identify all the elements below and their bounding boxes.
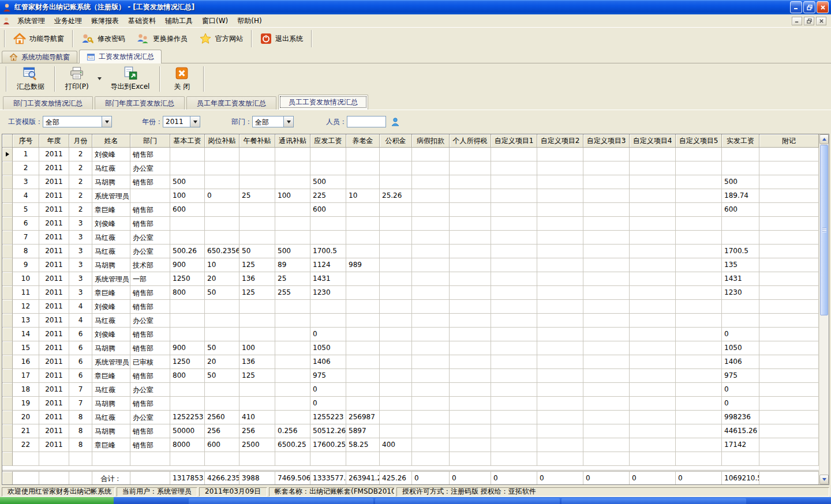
grid-cell[interactable]: 销售部 [130, 438, 170, 452]
grid-cell[interactable]: 500 [310, 175, 346, 189]
grid-cell[interactable] [537, 203, 583, 217]
grid-cell[interactable] [450, 438, 491, 452]
grid-cell[interactable] [380, 397, 412, 411]
grid-cell[interactable] [676, 328, 722, 341]
grid-cell[interactable] [275, 300, 310, 314]
grid-cell[interactable]: 一部 [130, 272, 170, 286]
grid-cell[interactable]: 4 [69, 314, 92, 328]
grid-cell[interactable]: 17600.25 [310, 438, 346, 452]
grid-cell[interactable] [412, 328, 450, 341]
grid-cell[interactable] [275, 383, 310, 397]
grid-cell[interactable] [630, 272, 676, 286]
grid-cell[interactable]: 1406 [722, 355, 759, 369]
grid-cell[interactable] [676, 341, 722, 355]
grid-cell[interactable]: 2011 [39, 203, 69, 217]
grid-cell[interactable] [491, 411, 537, 424]
grid-cell[interactable] [583, 217, 630, 231]
grid-cell[interactable] [722, 231, 759, 245]
grid-cell[interactable] [537, 424, 583, 438]
grid-cell[interactable]: 12 [13, 300, 39, 314]
grid-cell[interactable] [630, 314, 676, 328]
grid-cell[interactable]: 500 [722, 175, 759, 189]
grid-cell[interactable] [346, 175, 380, 189]
grid-cell[interactable] [310, 148, 346, 161]
person-input[interactable] [347, 116, 386, 127]
grid-cell[interactable]: 600 [170, 203, 205, 217]
grid-cell[interactable] [380, 148, 412, 161]
grid-cell[interactable]: 975 [722, 369, 759, 383]
grid-cell[interactable]: 800 [170, 286, 205, 300]
grid-cell[interactable]: 8 [13, 245, 39, 258]
row-indicator[interactable] [2, 411, 13, 424]
column-header[interactable]: 岗位补贴 [205, 134, 239, 148]
grid-cell[interactable] [491, 175, 537, 189]
grid-cell[interactable]: 19 [13, 397, 39, 411]
grid-cell[interactable]: 7 [69, 397, 92, 411]
grid-cell[interactable]: 办公室 [130, 411, 170, 424]
grid-cell[interactable] [759, 286, 819, 300]
grid-cell[interactable] [412, 286, 450, 300]
mdi-minimize-button[interactable] [792, 17, 802, 25]
grid-cell[interactable] [239, 161, 275, 175]
grid-cell[interactable] [537, 286, 583, 300]
grid-cell[interactable]: 3 [13, 175, 39, 189]
grid-cell[interactable] [537, 272, 583, 286]
column-header[interactable]: 实发工资 [722, 134, 759, 148]
grid-cell[interactable] [170, 148, 205, 161]
grid-cell[interactable] [759, 341, 819, 355]
grid-cell[interactable]: 1230 [722, 286, 759, 300]
grid-cell[interactable] [722, 300, 759, 314]
grid-cell[interactable] [450, 203, 491, 217]
switch-operator-button[interactable]: 更换操作员 [131, 31, 193, 47]
grid-cell[interactable] [676, 355, 722, 369]
grid-cell[interactable] [205, 328, 239, 341]
minimize-button[interactable] [790, 1, 802, 13]
grid-cell[interactable] [537, 355, 583, 369]
grid-cell[interactable] [676, 314, 722, 328]
grid-cell[interactable] [346, 355, 380, 369]
row-indicator[interactable] [2, 452, 13, 466]
grid-cell[interactable]: 8 [69, 411, 92, 424]
grid-cell[interactable] [759, 328, 819, 341]
grid-cell[interactable] [412, 217, 450, 231]
grid-cell[interactable] [676, 369, 722, 383]
grid-cell[interactable]: 销售部 [130, 286, 170, 300]
grid-cell[interactable]: 500 [170, 175, 205, 189]
summarize-data-button[interactable]: 汇总数据 [10, 65, 51, 93]
print-button[interactable]: 打印(P) [58, 65, 96, 93]
grid-cell[interactable] [275, 314, 310, 328]
grid-cell[interactable] [630, 411, 676, 424]
grid-cell[interactable]: 章巨峰 [92, 203, 130, 217]
grid-cell[interactable] [722, 148, 759, 161]
grid-cell[interactable]: 13 [13, 314, 39, 328]
grid-cell[interactable] [537, 217, 583, 231]
grid-cell[interactable] [759, 189, 819, 203]
grid-cell[interactable] [630, 258, 676, 272]
grid-cell[interactable] [275, 369, 310, 383]
grid-cell[interactable] [722, 217, 759, 231]
grid-cell[interactable]: 50 [205, 286, 239, 300]
row-indicator[interactable] [2, 355, 13, 369]
column-header[interactable]: 姓名 [92, 134, 130, 148]
menu-item-3[interactable]: 账簿报表 [87, 15, 123, 27]
column-header[interactable]: 自定义项目1 [491, 134, 537, 148]
grid-cell[interactable] [239, 314, 275, 328]
grid-cell[interactable] [583, 161, 630, 175]
grid-cell[interactable] [759, 231, 819, 245]
grid-cell[interactable]: 20 [13, 411, 39, 424]
grid-cell[interactable] [537, 314, 583, 328]
grid-cell[interactable]: 2011 [39, 411, 69, 424]
grid-cell[interactable] [275, 161, 310, 175]
grid-cell[interactable]: 500.26 [170, 245, 205, 258]
grid-cell[interactable] [205, 452, 239, 466]
grid-cell[interactable] [759, 424, 819, 438]
grid-cell[interactable]: 2011 [39, 245, 69, 258]
grid-cell[interactable] [450, 286, 491, 300]
grid-cell[interactable] [537, 452, 583, 466]
grid-cell[interactable] [239, 328, 275, 341]
grid-cell[interactable] [170, 328, 205, 341]
grid-cell[interactable]: 8000 [170, 438, 205, 452]
grid-cell[interactable] [583, 438, 630, 452]
grid-cell[interactable] [537, 258, 583, 272]
grid-cell[interactable] [630, 300, 676, 314]
